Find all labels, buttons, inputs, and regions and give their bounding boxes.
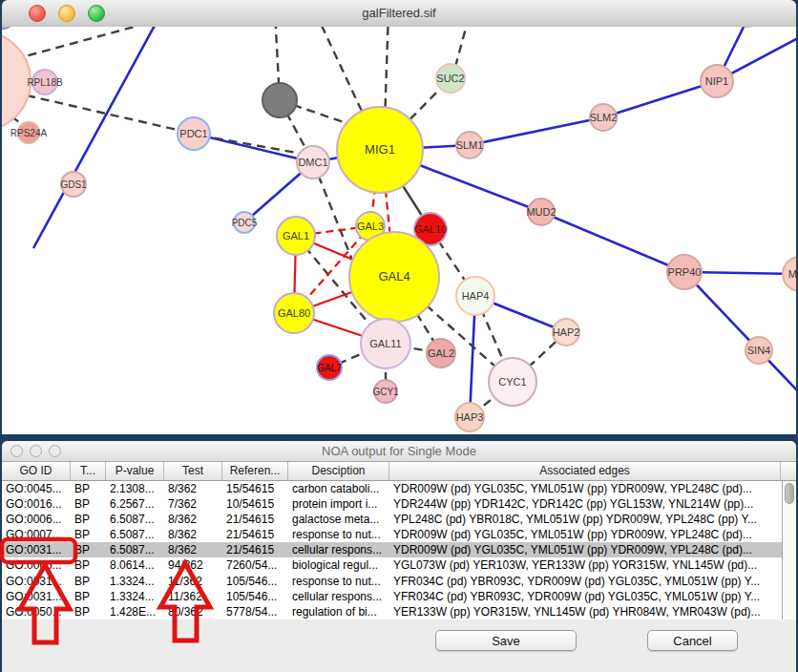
table-cell: cellular respons... [288,589,389,604]
node-label-RPS24A: RPS24A [10,128,48,138]
cancel-button[interactable]: Cancel [647,630,738,651]
table-cell: YFR034C (pd) YBR093C, YDR009W (pd) YGL03… [389,574,781,589]
node-label-RPL18B: RPL18B [27,77,63,88]
table-cell: BP [71,604,106,620]
table-row[interactable]: GO:0031...BP6.5087...8/36221/54615cellul… [2,542,796,557]
table-cell: GO:0007... [2,527,71,542]
table-cell: 1.3324... [106,589,164,604]
scrollbar-thumb[interactable] [785,483,794,504]
network-edge [541,212,684,272]
network-window-title: galFiltered.sif [2,0,796,27]
node-label-SIN4: SIN4 [747,345,770,356]
network-node-gray-node[interactable] [262,83,297,117]
table-cell: 6.2567... [106,496,164,512]
table-row[interactable]: GO:0006...BP6.5087...8/36221/54615galact… [2,512,796,527]
network-edge [14,27,191,59]
table-cell: YDR009W (pd) YGL035C, YML051W (pp) YDR00… [389,542,781,557]
network-edge [27,95,194,134]
table-cell: 80/362 [164,604,222,620]
table-row[interactable]: GO:0016...BP6.2567...7/36210/54615protei… [2,496,796,512]
zoom-button[interactable] [88,5,105,22]
table-cell: 8/362 [164,481,222,496]
column-header-go-id[interactable]: GO ID [2,462,71,480]
table-cell: GO:0045... [2,481,71,496]
node-label-SLM1: SLM1 [456,139,484,151]
table-row[interactable]: GO:0045...BP2.1308...8/36215/54615carbon… [2,481,796,496]
close-button[interactable] [29,5,46,22]
node-label-HAP2: HAP2 [553,326,580,338]
table-cell: response to nut... [288,527,389,542]
table-cell: 6.5087... [106,542,164,557]
column-header-t-[interactable]: T... [71,462,106,480]
network-canvas[interactable]: RPL18BRPS24AGDS1PDC1DMC1MIG1SUC2SLM1SLM2… [2,27,796,434]
table-cell: BP [71,589,106,604]
table-row[interactable]: GO:0031...BP1.3324...11/362105/546...res… [2,574,796,589]
table-cell: 11/362 [164,589,222,604]
dialog-footer: Save Cancel [2,620,796,672]
network-window-titlebar[interactable]: galFiltered.sif [2,0,796,28]
node-label-GAL10: GAL10 [414,223,447,235]
table-header: GO IDT...P-valueTestReferen...Desciption… [2,462,796,481]
table-cell: 10/54615 [222,496,288,512]
table-cell: 21/54615 [222,512,288,527]
close-button[interactable] [10,445,23,457]
table-cell: biological regul... [288,557,389,573]
network-svg: RPL18BRPS24AGDS1PDC1DMC1MIG1SUC2SLM1SLM2… [2,27,796,434]
node-label-PDC1: PDC1 [179,128,207,139]
network-edge [603,81,717,117]
table-cell: protein import i... [288,496,389,512]
table-cell: YER133W (pp) YOR315W, YNL145W (pd) YHR08… [389,604,781,620]
column-header-referen-[interactable]: Referen... [222,462,288,480]
table-cell: 8/362 [164,512,222,527]
node-label-PRP40: PRP40 [668,266,702,278]
node-label-CYC1: CYC1 [498,376,526,388]
table-cell: 15/54615 [222,481,288,496]
table-cell: YDR009W (pd) YGL035C, YML051W (pp) YDR00… [389,481,781,496]
network-edge [200,136,307,155]
table-cell: GO:0016... [2,496,71,512]
node-label-NIP1: NIP1 [705,75,728,87]
network-edge [194,134,313,162]
header-scroll-corner [781,462,796,480]
table-cell: YDR009W (pd) YGL035C, YML051W (pp) YDR00… [389,527,781,542]
table-row[interactable]: GO:0050...BP1.428E...80/3625778/54...reg… [2,604,796,620]
table-cell: 1.3324... [106,574,164,589]
table-cell: 6.5087... [106,527,164,542]
noa-window-title: NOA output for Single Mode [2,441,796,461]
column-header-desciption[interactable]: Desciption [288,462,389,480]
column-header-associated-edges[interactable]: Associated edges [389,462,781,480]
save-button[interactable]: Save [435,630,577,651]
table-cell: 105/546... [222,589,288,604]
node-label-GAL11: GAL11 [369,338,401,349]
node-label-GAL7: GAL7 [317,363,342,373]
column-header-p-value[interactable]: P-value [106,462,164,480]
noa-window-titlebar[interactable]: NOA output for Single Mode [2,441,796,462]
vertical-scrollbar[interactable] [782,481,796,620]
node-label-SLM2: SLM2 [590,112,618,123]
zoom-button[interactable] [49,445,61,457]
network-edge [470,117,603,145]
table-cell: BP [71,557,106,573]
table-cell: carbon cataboli... [288,481,389,496]
node-label-GCY1: GCY1 [372,387,399,397]
node-label-HAP3: HAP3 [456,411,484,423]
table-body: GO:0045...BP2.1308...8/36215/54615carbon… [2,481,796,620]
table-cell: 21/54615 [222,542,288,557]
table-cell: 6.5087... [106,512,164,527]
minimize-button[interactable] [58,5,75,22]
column-header-test[interactable]: Test [164,462,222,480]
window-controls-inactive [10,445,61,457]
table-row[interactable]: GO:0065...BP8.0614...94/3627260/54...bio… [2,557,796,573]
minimize-button[interactable] [30,445,42,457]
table-cell: 94/362 [164,557,222,573]
table-row[interactable]: GO:0031...BP1.3324...11/362105/546...cel… [2,589,796,604]
table-cell: 5778/54... [222,604,288,620]
table-cell: GO:0031... [2,574,71,589]
table-row[interactable]: GO:0007...BP6.5087...8/36221/54615respon… [2,527,796,542]
table-cell: 11/362 [164,574,222,589]
network-node-corner-node[interactable] [2,27,12,29]
node-label-HAP4: HAP4 [462,290,490,302]
table-cell: BP [71,496,106,512]
node-label-PDC5: PDC5 [232,218,258,228]
noa-window: NOA output for Single Mode GO IDT...P-va… [2,441,796,672]
